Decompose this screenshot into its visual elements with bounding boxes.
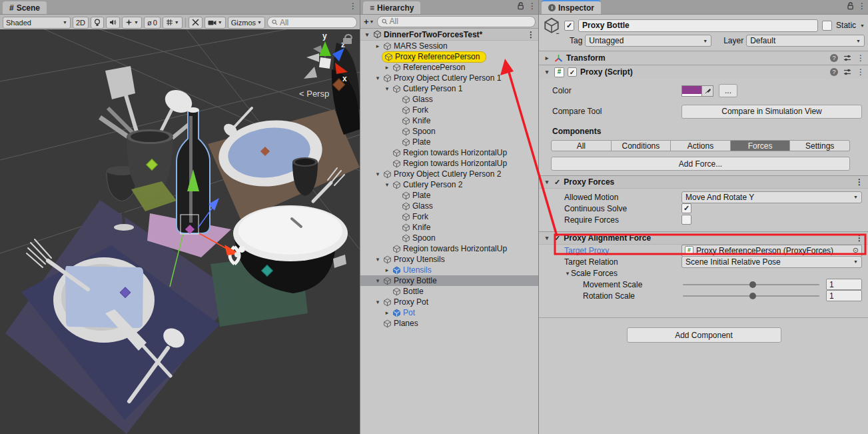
plate-person2[interactable] [53, 257, 155, 343]
scene-camera-dropdown[interactable]: ▼ [205, 17, 226, 29]
persp-label[interactable]: < Persp [299, 89, 329, 99]
hierarchy-item[interactable]: Region towards HorizontalUp [360, 147, 539, 158]
shading-mode-dropdown[interactable]: Shaded ▼ [3, 17, 71, 29]
section-menu-icon[interactable]: ⋮ [855, 234, 863, 242]
scene-lighting-button[interactable] [91, 17, 104, 29]
static-checkbox[interactable] [822, 21, 832, 31]
proxy-component-header[interactable]: ▾ # ✓ Proxy (Script) ? ⋮ [539, 65, 868, 79]
scene-root-row[interactable]: ▾ DinnerForTwoForcesTest* ⋮ [360, 29, 539, 41]
tab-settings[interactable]: Settings [790, 140, 850, 151]
component-enabled-checkbox[interactable]: ✓ [568, 67, 577, 77]
help-icon[interactable]: ? [830, 68, 838, 76]
allowed-motion-dropdown[interactable]: Move And Rotate Y▼ [681, 191, 862, 203]
section-menu-icon[interactable]: ⋮ [855, 178, 863, 186]
lock-icon[interactable] [517, 2, 524, 10]
eyedropper-icon[interactable] [701, 86, 713, 96]
foldout-arrow[interactable]: ▸ [383, 309, 391, 316]
hierarchy-item[interactable]: Planes [360, 318, 539, 329]
gizmos-dropdown[interactable]: Gizmos ▼ [228, 17, 265, 29]
active-checkbox[interactable]: ✓ [564, 21, 574, 31]
hierarchy-item[interactable]: Knife [360, 115, 539, 126]
tab-forces[interactable]: Forces [731, 140, 791, 151]
rotation-scale-slider[interactable] [683, 295, 819, 297]
foldout-arrow[interactable]: ▾ [543, 235, 551, 241]
gameobject-big-cube-icon[interactable] [543, 17, 560, 34]
scene-root-menu-icon[interactable]: ⋮ [527, 31, 535, 39]
inspector-menu-icon[interactable]: ⋮ [858, 2, 866, 10]
tab-conditions[interactable]: Conditions [612, 140, 671, 151]
foldout-arrow[interactable]: ▾ [374, 75, 382, 81]
foldout-arrow[interactable]: ▾ [543, 179, 551, 185]
hierarchy-item[interactable]: Proxy ReferencePerson [360, 51, 539, 62]
scene-tools-button[interactable] [189, 17, 203, 29]
grid-visibility-dropdown[interactable]: ▼ [163, 17, 183, 29]
hierarchy-item[interactable]: ▸ Utensils [360, 265, 539, 275]
tag-dropdown[interactable]: Untagged▼ [585, 35, 711, 47]
add-force-button[interactable]: Add Force... [551, 157, 850, 171]
hierarchy-item[interactable]: Spoon [360, 233, 539, 243]
color-swatch[interactable] [682, 86, 701, 96]
static-dropdown-arrow[interactable]: ▼ [860, 23, 865, 28]
hierarchy-item[interactable]: Plate [360, 137, 539, 147]
presets-icon[interactable] [843, 68, 851, 76]
scene-menu-icon[interactable]: ⋮ [349, 2, 357, 10]
foldout-arrow[interactable]: ▸ [383, 267, 391, 273]
scene-audio-button[interactable] [106, 17, 120, 29]
hierarchy-item[interactable]: Fork [360, 105, 539, 115]
foldout-arrow[interactable]: ▸ [383, 64, 391, 71]
foldout-arrow[interactable]: ▾ [383, 85, 391, 92]
hierarchy-item[interactable]: ▸ ReferencePerson [360, 62, 539, 73]
toggle-2d-button[interactable]: 2D [73, 17, 89, 29]
hierarchy-item[interactable]: ▾ Cutlery Person 2 [360, 179, 539, 190]
tab-all[interactable]: All [551, 140, 612, 151]
hierarchy-item[interactable]: Knife [360, 222, 539, 233]
tab-actions[interactable]: Actions [671, 140, 731, 151]
gameobject-name-field[interactable]: Proxy Bottle [578, 19, 818, 32]
color-field[interactable] [681, 85, 713, 97]
foldout-arrow[interactable]: ▸ [374, 43, 382, 49]
foldout-arrow[interactable]: ▾ [564, 270, 571, 277]
component-menu-icon[interactable]: ⋮ [857, 68, 865, 76]
hierarchy-item[interactable]: Region towards HorizontalUp [360, 158, 539, 169]
hierarchy-item[interactable]: ▾ Proxy Object Cutlery Person 2 [360, 169, 539, 179]
hierarchy-item[interactable]: ▸ MARS Session [360, 41, 539, 51]
scene-effects-dropdown[interactable]: ▼ [122, 17, 142, 29]
layer-dropdown[interactable]: Default▼ [746, 35, 865, 47]
lock-icon[interactable] [847, 2, 854, 10]
proxy-alignment-force-header[interactable]: ▾ ✓ Proxy Alignment Force ⋮ [539, 231, 868, 245]
transform-component-header[interactable]: ▸ Transform ? ⋮ [539, 51, 868, 65]
tab-hierarchy[interactable]: ≡ Hierarchy [363, 1, 420, 14]
tab-scene[interactable]: # Scene [3, 1, 47, 14]
rotation-scale-value[interactable]: 1 [826, 290, 862, 301]
foldout-arrow[interactable]: ▸ [543, 55, 551, 61]
component-menu-icon[interactable]: ⋮ [857, 54, 865, 62]
foldout-arrow[interactable]: ▾ [374, 277, 382, 284]
hierarchy-item[interactable]: ▾ Cutlery Person 1 [360, 83, 539, 94]
foldout-arrow[interactable]: ▾ [543, 69, 551, 75]
foldout-arrow[interactable]: ▾ [374, 256, 382, 263]
add-component-button[interactable]: Add Component [627, 327, 781, 343]
proxy-forces-header[interactable]: ▾ ✓ Proxy Forces ⋮ [539, 175, 868, 189]
help-icon[interactable]: ? [830, 54, 838, 62]
color-more-button[interactable]: ... [719, 84, 737, 97]
hierarchy-item[interactable]: Glass [360, 201, 539, 211]
hierarchy-item[interactable]: Bottle [360, 286, 539, 297]
hierarchy-item[interactable]: ▾ Proxy Object Cutlery Person 1 [360, 73, 539, 83]
hierarchy-item[interactable]: ▸ Pot [360, 307, 539, 318]
target-relation-dropdown[interactable]: Scene Initial Relative Pose▼ [681, 256, 862, 268]
hierarchy-search-input[interactable]: All [377, 16, 536, 27]
hierarchy-item[interactable]: ▾ Proxy Utensils [360, 254, 539, 265]
continuous-solve-checkbox[interactable]: ✓ [681, 203, 691, 213]
foldout-arrow[interactable]: ▾ [374, 171, 382, 177]
hierarchy-item[interactable]: Spoon [360, 126, 539, 137]
hierarchy-item[interactable]: Plate [360, 190, 539, 201]
require-forces-checkbox[interactable] [681, 215, 691, 225]
foldout-arrow[interactable]: ▾ [363, 31, 371, 38]
hierarchy-item[interactable]: ▾ Proxy Pot [360, 297, 539, 307]
hierarchy-item[interactable]: Fork [360, 211, 539, 222]
foldout-arrow[interactable]: ▾ [374, 299, 382, 305]
scene-viewport[interactable]: y z x < Persp [0, 29, 360, 434]
presets-icon[interactable] [843, 54, 851, 62]
foldout-arrow[interactable]: ▾ [383, 181, 391, 188]
create-object-button[interactable]: +▼ [364, 17, 374, 27]
